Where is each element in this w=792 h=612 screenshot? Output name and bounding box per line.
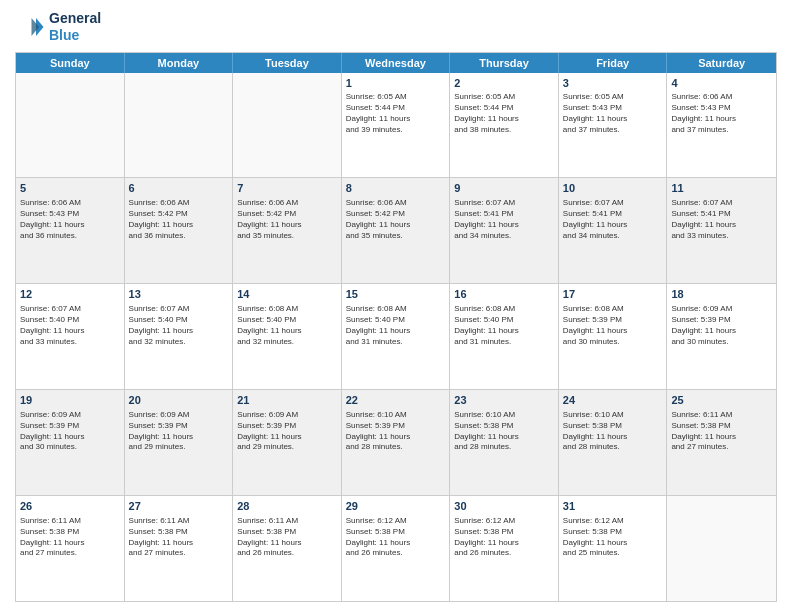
calendar-cell — [667, 496, 776, 601]
calendar-cell — [233, 73, 342, 178]
calendar-row-1: 5Sunrise: 6:06 AMSunset: 5:43 PMDaylight… — [16, 178, 776, 284]
cell-info-line: Sunset: 5:40 PM — [237, 315, 337, 326]
cell-info-line: and 29 minutes. — [237, 442, 337, 453]
calendar-row-4: 26Sunrise: 6:11 AMSunset: 5:38 PMDayligh… — [16, 496, 776, 601]
day-number: 20 — [129, 393, 229, 408]
cell-info-line: Sunrise: 6:12 AM — [454, 516, 554, 527]
cell-info-line: Daylight: 11 hours — [671, 432, 772, 443]
cell-info-line: Sunrise: 6:05 AM — [346, 92, 446, 103]
cell-info-line: and 26 minutes. — [346, 548, 446, 559]
calendar-cell: 5Sunrise: 6:06 AMSunset: 5:43 PMDaylight… — [16, 178, 125, 283]
cell-info-line: Daylight: 11 hours — [454, 432, 554, 443]
day-number: 31 — [563, 499, 663, 514]
cell-info-line: Sunrise: 6:10 AM — [346, 410, 446, 421]
cell-info-line: Sunset: 5:38 PM — [454, 527, 554, 538]
cell-info-line: and 32 minutes. — [237, 337, 337, 348]
day-number: 1 — [346, 76, 446, 91]
day-number: 25 — [671, 393, 772, 408]
day-number: 5 — [20, 181, 120, 196]
cell-info-line: Daylight: 11 hours — [563, 432, 663, 443]
day-number: 17 — [563, 287, 663, 302]
cell-info-line: Sunrise: 6:10 AM — [454, 410, 554, 421]
cell-info-line: Sunset: 5:39 PM — [237, 421, 337, 432]
logo: General Blue — [15, 10, 101, 44]
calendar-cell: 26Sunrise: 6:11 AMSunset: 5:38 PMDayligh… — [16, 496, 125, 601]
day-number: 29 — [346, 499, 446, 514]
cell-info-line: and 34 minutes. — [454, 231, 554, 242]
cell-info-line: Sunset: 5:39 PM — [671, 315, 772, 326]
cell-info-line: Daylight: 11 hours — [563, 114, 663, 125]
cell-info-line: Sunset: 5:40 PM — [454, 315, 554, 326]
cell-info-line: Daylight: 11 hours — [671, 220, 772, 231]
cell-info-line: Sunrise: 6:11 AM — [129, 516, 229, 527]
calendar-cell: 31Sunrise: 6:12 AMSunset: 5:38 PMDayligh… — [559, 496, 668, 601]
calendar-row-0: 1Sunrise: 6:05 AMSunset: 5:44 PMDaylight… — [16, 73, 776, 179]
calendar-cell: 28Sunrise: 6:11 AMSunset: 5:38 PMDayligh… — [233, 496, 342, 601]
header: General Blue — [15, 10, 777, 44]
page: General Blue SundayMondayTuesdayWednesda… — [0, 0, 792, 612]
cell-info-line: Sunrise: 6:08 AM — [237, 304, 337, 315]
day-number: 27 — [129, 499, 229, 514]
day-number: 14 — [237, 287, 337, 302]
calendar-cell: 14Sunrise: 6:08 AMSunset: 5:40 PMDayligh… — [233, 284, 342, 389]
calendar-cell: 12Sunrise: 6:07 AMSunset: 5:40 PMDayligh… — [16, 284, 125, 389]
cell-info-line: Sunrise: 6:12 AM — [346, 516, 446, 527]
day-number: 7 — [237, 181, 337, 196]
cell-info-line: Sunset: 5:39 PM — [129, 421, 229, 432]
cell-info-line: Sunset: 5:40 PM — [129, 315, 229, 326]
cell-info-line: and 39 minutes. — [346, 125, 446, 136]
cell-info-line: and 29 minutes. — [129, 442, 229, 453]
cell-info-line: Sunset: 5:44 PM — [346, 103, 446, 114]
calendar-cell: 24Sunrise: 6:10 AMSunset: 5:38 PMDayligh… — [559, 390, 668, 495]
cell-info-line: Daylight: 11 hours — [563, 220, 663, 231]
cell-info-line: and 33 minutes. — [20, 337, 120, 348]
cell-info-line: Sunrise: 6:06 AM — [671, 92, 772, 103]
day-number: 19 — [20, 393, 120, 408]
cell-info-line: Sunset: 5:42 PM — [129, 209, 229, 220]
cell-info-line: Sunrise: 6:09 AM — [237, 410, 337, 421]
cell-info-line: Sunrise: 6:06 AM — [129, 198, 229, 209]
day-number: 24 — [563, 393, 663, 408]
cell-info-line: Sunrise: 6:07 AM — [671, 198, 772, 209]
cell-info-line: Sunset: 5:38 PM — [129, 527, 229, 538]
cell-info-line: Daylight: 11 hours — [20, 220, 120, 231]
day-number: 18 — [671, 287, 772, 302]
cell-info-line: Daylight: 11 hours — [237, 220, 337, 231]
calendar-cell: 23Sunrise: 6:10 AMSunset: 5:38 PMDayligh… — [450, 390, 559, 495]
cell-info-line: Sunset: 5:38 PM — [563, 421, 663, 432]
calendar-cell: 4Sunrise: 6:06 AMSunset: 5:43 PMDaylight… — [667, 73, 776, 178]
cell-info-line: Daylight: 11 hours — [20, 538, 120, 549]
day-number: 3 — [563, 76, 663, 91]
cell-info-line: Daylight: 11 hours — [671, 114, 772, 125]
cell-info-line: Sunrise: 6:11 AM — [237, 516, 337, 527]
calendar-header: SundayMondayTuesdayWednesdayThursdayFrid… — [16, 53, 776, 73]
cell-info-line: Daylight: 11 hours — [346, 326, 446, 337]
calendar-cell: 15Sunrise: 6:08 AMSunset: 5:40 PMDayligh… — [342, 284, 451, 389]
calendar-cell: 16Sunrise: 6:08 AMSunset: 5:40 PMDayligh… — [450, 284, 559, 389]
cell-info-line: Daylight: 11 hours — [454, 220, 554, 231]
cell-info-line: Sunrise: 6:08 AM — [563, 304, 663, 315]
cell-info-line: Sunrise: 6:06 AM — [237, 198, 337, 209]
calendar: SundayMondayTuesdayWednesdayThursdayFrid… — [15, 52, 777, 602]
day-number: 6 — [129, 181, 229, 196]
cell-info-line: Sunset: 5:38 PM — [671, 421, 772, 432]
cell-info-line: Daylight: 11 hours — [454, 326, 554, 337]
cell-info-line: and 27 minutes. — [20, 548, 120, 559]
cell-info-line: Sunset: 5:39 PM — [20, 421, 120, 432]
day-number: 4 — [671, 76, 772, 91]
cell-info-line: Sunset: 5:40 PM — [20, 315, 120, 326]
day-number: 26 — [20, 499, 120, 514]
cell-info-line: Daylight: 11 hours — [563, 538, 663, 549]
cell-info-line: Daylight: 11 hours — [454, 114, 554, 125]
cell-info-line: Daylight: 11 hours — [671, 326, 772, 337]
cell-info-line: Sunset: 5:38 PM — [454, 421, 554, 432]
cell-info-line: and 27 minutes. — [129, 548, 229, 559]
cell-info-line: Daylight: 11 hours — [346, 114, 446, 125]
day-number: 8 — [346, 181, 446, 196]
calendar-cell: 19Sunrise: 6:09 AMSunset: 5:39 PMDayligh… — [16, 390, 125, 495]
cell-info-line: and 31 minutes. — [346, 337, 446, 348]
day-number: 15 — [346, 287, 446, 302]
cell-info-line: Daylight: 11 hours — [20, 432, 120, 443]
logo-text: General Blue — [49, 10, 101, 44]
calendar-cell: 8Sunrise: 6:06 AMSunset: 5:42 PMDaylight… — [342, 178, 451, 283]
